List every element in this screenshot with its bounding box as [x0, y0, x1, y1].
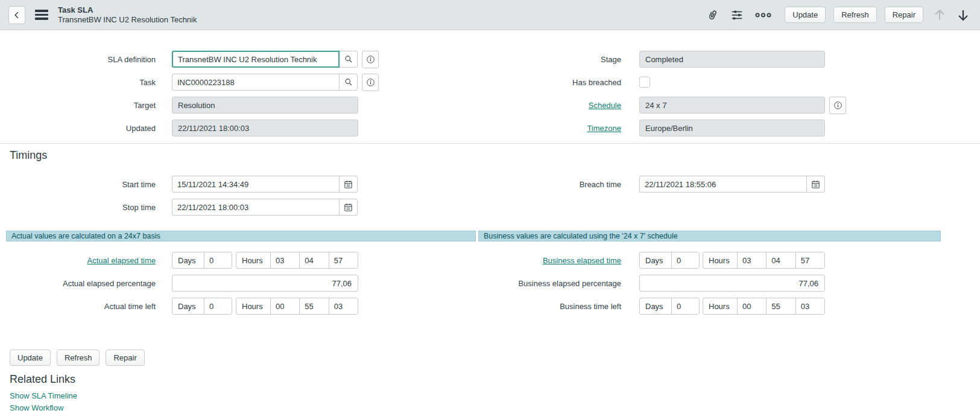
- actual-time-left-minutes-input[interactable]: [299, 298, 328, 314]
- footer-refresh-button[interactable]: Refresh: [57, 350, 100, 366]
- more-actions-icon: [755, 11, 771, 19]
- paperclip-icon: [706, 8, 719, 21]
- business-elapsed-percentage-input[interactable]: [639, 275, 825, 292]
- actual-elapsed-time-link[interactable]: Actual elapsed time: [87, 256, 156, 265]
- sliders-icon: [730, 8, 744, 22]
- stop-time-input[interactable]: [172, 199, 340, 216]
- task-lookup-button[interactable]: [339, 74, 358, 91]
- show-sla-timeline-link[interactable]: Show SLA Timeline: [10, 391, 980, 400]
- days-label: Days: [172, 252, 204, 268]
- actual-time-left-row: Actual time left Days Hours: [0, 298, 490, 315]
- schedule-value: 24 x 7: [639, 97, 825, 114]
- show-workflow-link[interactable]: Show Workflow: [10, 403, 980, 412]
- start-time-input[interactable]: [172, 176, 340, 193]
- actual-elapsed-hours-input[interactable]: [270, 252, 299, 268]
- timings-section-title: Timings: [0, 144, 980, 162]
- actual-time-left-seconds-input[interactable]: [329, 298, 358, 314]
- personalize-form-button[interactable]: [730, 8, 744, 22]
- actual-elapsed-percentage-input[interactable]: [172, 275, 358, 292]
- next-record-button[interactable]: [956, 8, 970, 22]
- actual-elapsed-seconds-input[interactable]: [329, 252, 358, 268]
- days-label: Days: [640, 252, 671, 268]
- previous-record-button[interactable]: [932, 8, 947, 22]
- arrow-up-icon: [932, 8, 947, 22]
- schedule-row: Schedule 24 x 7: [490, 97, 980, 114]
- stage-label: Stage: [490, 55, 639, 64]
- timezone-link[interactable]: Timezone: [587, 124, 621, 133]
- start-time-calendar-button[interactable]: [339, 176, 358, 193]
- actual-time-left-hours-input[interactable]: [270, 298, 299, 314]
- sla-definition-label: SLA definition: [0, 55, 172, 64]
- business-elapsed-time-link[interactable]: Business elapsed time: [543, 256, 621, 265]
- breach-time-input[interactable]: [639, 176, 807, 193]
- header-titles: Task SLA TransnetBW INC U2 Resolution Te…: [58, 5, 197, 24]
- hours-label: Hours: [703, 298, 737, 314]
- business-elapsed-days-input[interactable]: [671, 252, 699, 268]
- footer-update-button[interactable]: Update: [10, 350, 51, 366]
- business-elapsed-percentage-row: Business elapsed percentage: [490, 275, 980, 292]
- has-breached-label: Has breached: [490, 78, 639, 87]
- info-icon: [365, 54, 376, 65]
- stop-time-label: Stop time: [0, 203, 172, 212]
- breach-time-row: Breach time: [490, 176, 980, 193]
- header-refresh-button[interactable]: Refresh: [833, 7, 877, 23]
- business-elapsed-minutes-input[interactable]: [766, 252, 795, 268]
- schedule-preview-button[interactable]: [829, 97, 846, 114]
- hours-label: Hours: [703, 252, 737, 268]
- business-time-left-seconds-input[interactable]: [795, 298, 824, 314]
- business-time-left-days-input[interactable]: [671, 298, 699, 314]
- back-chevron-icon: [13, 11, 21, 19]
- task-input[interactable]: [172, 74, 340, 91]
- attachment-button[interactable]: [706, 8, 719, 21]
- business-elapsed-seconds-input[interactable]: [795, 252, 824, 268]
- actual-time-left-days-group: Days: [172, 298, 232, 315]
- info-icon: [833, 100, 843, 110]
- stage-value: Completed: [639, 51, 825, 68]
- actual-elapsed-minutes-input[interactable]: [299, 252, 328, 268]
- sla-definition-preview-button[interactable]: [362, 51, 379, 68]
- stop-time-row: Stop time: [0, 199, 490, 216]
- task-row: Task: [0, 74, 490, 91]
- stop-time-calendar-button[interactable]: [339, 199, 358, 216]
- breach-time-calendar-button[interactable]: [806, 176, 825, 193]
- has-breached-checkbox[interactable]: [639, 77, 650, 88]
- business-time-left-days-group: Days: [639, 298, 700, 315]
- business-time-left-row: Business time left Days Hours: [490, 298, 980, 315]
- actual-elapsed-days-input[interactable]: [204, 252, 232, 268]
- search-icon: [344, 77, 353, 87]
- header-update-button[interactable]: Update: [785, 7, 826, 23]
- actual-elapsed-time-row: Actual elapsed time Days Hours: [0, 252, 490, 269]
- more-actions-button[interactable]: [755, 11, 771, 19]
- updated-row: Updated 22/11/2021 18:00:03: [0, 120, 490, 136]
- business-time-left-minutes-input[interactable]: [766, 298, 795, 314]
- footer-repair-button[interactable]: Repair: [106, 350, 144, 366]
- hours-label: Hours: [236, 252, 270, 268]
- info-icon: [365, 77, 376, 88]
- form-context-menu-icon[interactable]: [35, 10, 48, 20]
- actual-values-info-banner: Actual values are calculated on a 24x7 b…: [6, 231, 476, 242]
- has-breached-row: Has breached: [490, 74, 980, 91]
- sla-definition-lookup-button[interactable]: [339, 51, 358, 68]
- actual-elapsed-percentage-row: Actual elapsed percentage: [0, 275, 490, 292]
- actual-time-left-days-input[interactable]: [204, 298, 232, 314]
- hours-label: Hours: [236, 298, 270, 314]
- record-subtitle: TransnetBW INC U2 Resolution Technik: [58, 15, 197, 25]
- header-repair-button[interactable]: Repair: [885, 7, 923, 23]
- task-label: Task: [0, 78, 172, 87]
- target-value: Resolution: [172, 97, 358, 114]
- days-label: Days: [640, 298, 671, 314]
- business-values-info-banner: Business values are calculated using the…: [478, 231, 941, 242]
- start-time-label: Start time: [0, 180, 172, 189]
- business-elapsed-time-row: Business elapsed time Days Hours: [490, 252, 980, 269]
- schedule-link[interactable]: Schedule: [589, 101, 621, 110]
- business-time-left-label: Business time left: [490, 302, 639, 311]
- business-elapsed-hours-input[interactable]: [737, 252, 766, 268]
- actual-elapsed-percentage-label: Actual elapsed percentage: [0, 279, 172, 288]
- sla-definition-input[interactable]: [172, 51, 340, 68]
- business-elapsed-hours-group: Hours: [703, 252, 825, 269]
- form-header-bar: Task SLA TransnetBW INC U2 Resolution Te…: [0, 0, 980, 30]
- back-button[interactable]: [8, 6, 25, 24]
- business-time-left-hours-input[interactable]: [737, 298, 766, 314]
- timezone-value: Europe/Berlin: [639, 120, 825, 136]
- task-preview-button[interactable]: [362, 74, 379, 91]
